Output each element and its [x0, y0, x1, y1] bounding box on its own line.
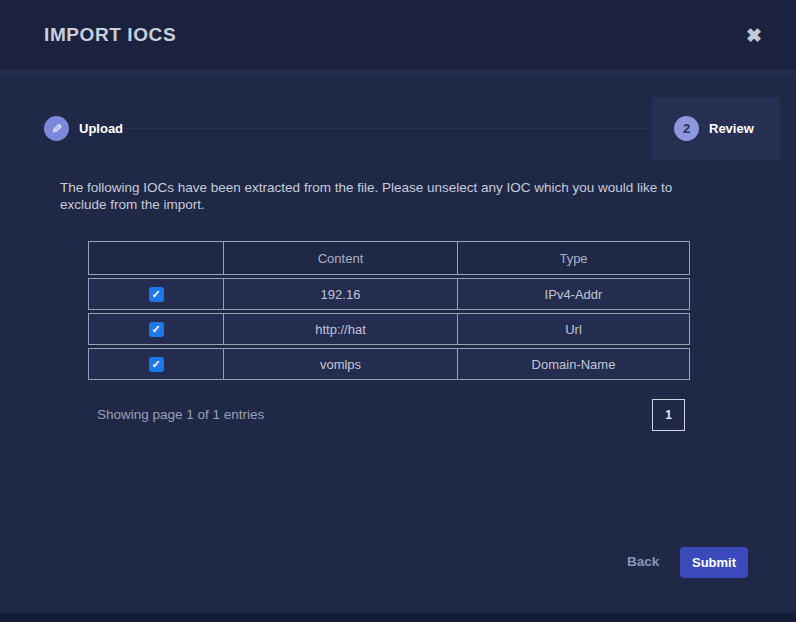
checkbox-cell: ✓	[89, 349, 224, 379]
table-row: ✓192.16IPv4-Addr	[88, 278, 690, 310]
ioc-table: Content Type ✓192.16IPv4-Addr✓http://hat…	[88, 241, 690, 380]
pencil-icon: ✎	[49, 123, 64, 134]
close-icon[interactable]: ✖	[746, 26, 762, 45]
submit-button[interactable]: Submit	[680, 547, 748, 578]
header-divider	[0, 70, 796, 79]
import-iocs-modal: IMPORT IOCS ✖ ✎ Upload 2 Review The foll…	[0, 0, 796, 622]
table-header-type: Type	[458, 242, 689, 274]
review-step-circle: 2	[674, 116, 699, 141]
back-button[interactable]: Back	[627, 554, 659, 569]
review-step-label: Review	[709, 121, 754, 136]
table-header-checkbox-col	[89, 242, 224, 274]
modal-bottom-edge	[0, 613, 796, 622]
stepper-step-review[interactable]: 2 Review	[652, 97, 780, 160]
table-row: ✓http://hatUrl	[88, 313, 690, 345]
instructions-text: The following IOCs have been extracted f…	[60, 179, 722, 213]
page-title: IMPORT IOCS	[44, 24, 176, 46]
table-body: ✓192.16IPv4-Addr✓http://hatUrl✓vomlpsDom…	[88, 278, 690, 380]
row-checkbox[interactable]: ✓	[149, 357, 164, 372]
table-header-content: Content	[224, 242, 458, 274]
stepper-connector-line	[118, 128, 652, 129]
modal-header: IMPORT IOCS ✖	[0, 0, 796, 70]
pagination-status: Showing page 1 of 1 entries	[97, 407, 264, 422]
table-row: ✓vomlpsDomain-Name	[88, 348, 690, 380]
content-cell: vomlps	[224, 349, 458, 379]
type-cell: Domain-Name	[458, 349, 689, 379]
type-cell: Url	[458, 314, 689, 344]
table-header-row: Content Type	[88, 241, 690, 275]
row-checkbox[interactable]: ✓	[149, 287, 164, 302]
upload-step-circle: ✎	[44, 116, 69, 141]
upload-step-label: Upload	[79, 121, 123, 136]
stepper: ✎ Upload 2 Review	[0, 97, 796, 160]
content-cell: http://hat	[224, 314, 458, 344]
checkbox-cell: ✓	[89, 279, 224, 309]
page-button[interactable]: 1	[652, 399, 685, 431]
row-checkbox[interactable]: ✓	[149, 322, 164, 337]
checkbox-cell: ✓	[89, 314, 224, 344]
type-cell: IPv4-Addr	[458, 279, 689, 309]
content-cell: 192.16	[224, 279, 458, 309]
stepper-step-upload[interactable]: ✎ Upload	[44, 97, 123, 160]
